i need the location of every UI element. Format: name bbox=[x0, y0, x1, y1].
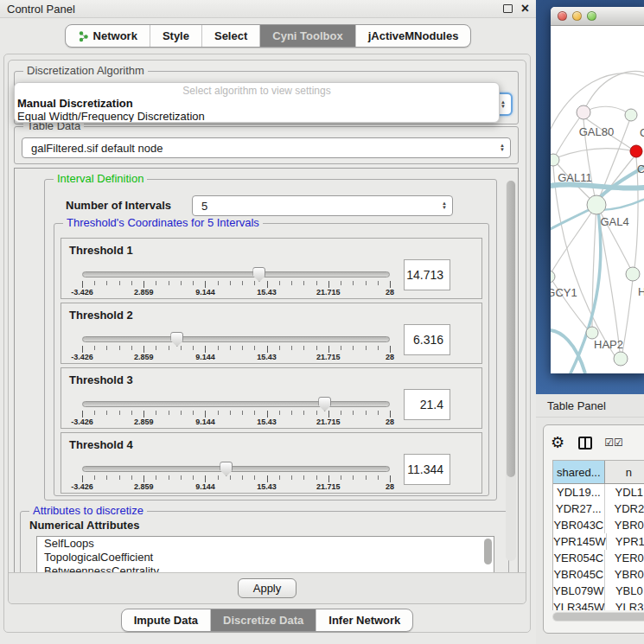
table-panel-header: Table Panel bbox=[536, 394, 644, 418]
table-data-dropdown[interactable]: galFiltered.sif default node ▲▼ bbox=[22, 137, 511, 158]
tab-impute-data[interactable]: Impute Data bbox=[122, 609, 211, 631]
threshold-slider[interactable]: -3.4262.8599.14415.4321.71528 bbox=[82, 268, 390, 296]
table-cell-name[interactable]: YDL1 bbox=[605, 484, 644, 501]
minimize-traffic-light-icon[interactable] bbox=[572, 11, 582, 21]
table-cell-shared-name[interactable]: YBL079W bbox=[553, 583, 605, 599]
scrollbar-thumb[interactable] bbox=[553, 613, 644, 621]
tab-cyni-toolbox[interactable]: Cyni Toolbox bbox=[260, 25, 355, 47]
threshold-slider[interactable]: -3.4262.8599.14415.4321.71528 bbox=[82, 462, 390, 490]
table-cell-name[interactable]: YBL0 bbox=[605, 583, 644, 599]
tick-label: 9.144 bbox=[195, 288, 215, 296]
close-icon[interactable]: × bbox=[521, 4, 529, 13]
apply-button[interactable]: Apply bbox=[238, 578, 296, 598]
table-row[interactable]: YDR27... YDR2 bbox=[553, 501, 644, 517]
table-row[interactable]: YLR345W YLR3 bbox=[553, 599, 644, 610]
popup-option-equal-width-frequency[interactable]: Equal Width/Frequency Discretization bbox=[15, 110, 499, 123]
network-edge[interactable] bbox=[552, 205, 596, 272]
numerical-attributes-list[interactable]: SelfLoopsTopologicalCoefficientBetweenne… bbox=[36, 536, 494, 576]
tick-label: 2.859 bbox=[134, 418, 154, 426]
table-row[interactable]: YER054C YER0 bbox=[553, 550, 644, 566]
number-of-intervals-dropdown[interactable]: 5 ▲▼ bbox=[192, 195, 453, 216]
tab-style[interactable]: Style bbox=[150, 25, 202, 47]
network-node-gal80[interactable] bbox=[577, 105, 590, 119]
zoom-traffic-light-icon[interactable] bbox=[587, 11, 596, 21]
network-node-node-ga[interactable] bbox=[625, 109, 637, 121]
network-edge[interactable] bbox=[622, 279, 633, 353]
settings-scrollbar[interactable] bbox=[506, 181, 516, 561]
tab-discretize-data[interactable]: Discretize Data bbox=[211, 609, 316, 631]
network-view-window[interactable]: GAL80GACGAL11GAL4GCY1HHAP2 bbox=[551, 7, 644, 373]
node-label-gal4: GAL4 bbox=[600, 215, 628, 228]
table-cell-name[interactable]: YBR0 bbox=[605, 517, 644, 533]
table-cell-shared-name[interactable]: YPR145W bbox=[553, 533, 607, 550]
number-of-intervals-value: 5 bbox=[201, 200, 207, 213]
slider-track[interactable] bbox=[82, 401, 390, 407]
split-columns-icon[interactable] bbox=[578, 437, 592, 450]
table-cell-shared-name[interactable]: YDR27... bbox=[553, 501, 605, 517]
table-row[interactable]: YBL079W YBL0 bbox=[553, 583, 644, 599]
table-row[interactable]: YDL19... YDL1 bbox=[553, 484, 644, 501]
attribute-item-selfloops[interactable]: SelfLoops bbox=[37, 537, 494, 551]
select-columns-checkboxes-icon[interactable]: ☑☑ bbox=[604, 437, 623, 449]
table-cell-name[interactable]: YLR3 bbox=[605, 599, 644, 610]
threshold-value-field[interactable]: 14.713 bbox=[404, 259, 450, 290]
slider-track[interactable] bbox=[82, 336, 390, 342]
table-cell-name[interactable]: YBR0 bbox=[605, 566, 644, 583]
table-cell-name[interactable]: YDR2 bbox=[605, 501, 644, 517]
table-header-row: shared... n bbox=[553, 461, 644, 484]
scrollbar-thumb[interactable] bbox=[507, 181, 515, 477]
tab-jactivemnodules[interactable]: jActiveMNodules bbox=[356, 25, 471, 47]
table-cell-shared-name[interactable]: YER054C bbox=[553, 550, 605, 566]
network-edge[interactable] bbox=[558, 149, 631, 157]
table-horizontal-scrollbar[interactable] bbox=[552, 612, 644, 622]
table-row[interactable]: YBR043C YBR0 bbox=[553, 517, 644, 533]
network-edge[interactable] bbox=[553, 166, 615, 357]
attribute-item-topologicalcoefficient[interactable]: TopologicalCoefficient bbox=[37, 551, 494, 564]
network-edge-teal[interactable] bbox=[600, 195, 644, 210]
tick-label: 2.859 bbox=[134, 353, 154, 361]
threshold-value-field[interactable]: 21.4 bbox=[404, 389, 450, 420]
table-cell-name[interactable]: YER0 bbox=[605, 550, 644, 566]
table-cell-shared-name[interactable]: YDL19... bbox=[553, 484, 605, 501]
table-row[interactable]: YBR045C YBR0 bbox=[553, 566, 644, 583]
network-node-node-b[interactable] bbox=[614, 352, 628, 366]
network-node-gal4[interactable] bbox=[587, 195, 606, 214]
table-panel-title: Table Panel bbox=[547, 399, 606, 412]
network-node-hap2[interactable] bbox=[586, 327, 598, 339]
column-header-name[interactable]: n bbox=[605, 461, 644, 484]
list-scrollbar[interactable] bbox=[484, 539, 492, 564]
float-window-icon[interactable] bbox=[503, 4, 513, 13]
threshold-value-field[interactable]: 11.344 bbox=[404, 454, 450, 485]
tab-infer-network[interactable]: Infer Network bbox=[316, 609, 412, 631]
network-edge-teal[interactable] bbox=[551, 184, 644, 188]
app-root: Control Panel × Network Style Select Cyn… bbox=[0, 0, 644, 644]
network-graph[interactable]: GAL80GACGAL11GAL4GCY1HHAP2 bbox=[551, 26, 644, 373]
gear-icon[interactable]: ⚙ bbox=[551, 435, 564, 450]
popup-option-manual-discretization[interactable]: Manual Discretization bbox=[15, 97, 499, 110]
column-header-shared-name[interactable]: shared... bbox=[553, 461, 605, 484]
network-node-red-node[interactable] bbox=[630, 145, 642, 157]
close-traffic-light-icon[interactable] bbox=[558, 11, 567, 21]
network-node-node-h[interactable] bbox=[626, 267, 640, 281]
settings-scroll-panel: Interval Definition Number of Intervals … bbox=[14, 168, 519, 574]
slider-track[interactable] bbox=[82, 466, 390, 472]
slider-track[interactable] bbox=[82, 271, 390, 277]
tick-label: 21.715 bbox=[316, 482, 341, 491]
network-canvas[interactable]: GAL80GACGAL11GAL4GCY1HHAP2 bbox=[551, 26, 644, 373]
network-edge[interactable] bbox=[585, 72, 644, 108]
network-node-gal11[interactable] bbox=[551, 154, 559, 166]
threshold-slider[interactable]: -3.4262.8599.14415.4321.71528 bbox=[82, 333, 390, 360]
network-node-gcy1[interactable] bbox=[551, 271, 555, 283]
threshold-slider[interactable]: -3.4262.8599.14415.4321.71528 bbox=[82, 398, 390, 425]
table-cell-shared-name[interactable]: YBR043C bbox=[553, 517, 605, 533]
slider-tick-labels: -3.4262.8599.14415.4321.71528 bbox=[82, 353, 390, 362]
tick-label: 21.715 bbox=[316, 418, 341, 426]
table-cell-name[interactable]: YPR1 bbox=[607, 533, 644, 550]
table-cell-shared-name[interactable]: YLR345W bbox=[553, 599, 605, 610]
number-of-intervals-label: Number of Intervals bbox=[66, 199, 171, 212]
tab-network[interactable]: Network bbox=[66, 25, 150, 47]
tab-select[interactable]: Select bbox=[202, 25, 260, 47]
threshold-value-field[interactable]: 6.316 bbox=[404, 324, 450, 355]
table-row[interactable]: YPR145W YPR1 bbox=[553, 533, 644, 550]
table-cell-shared-name[interactable]: YBR045C bbox=[553, 566, 605, 583]
